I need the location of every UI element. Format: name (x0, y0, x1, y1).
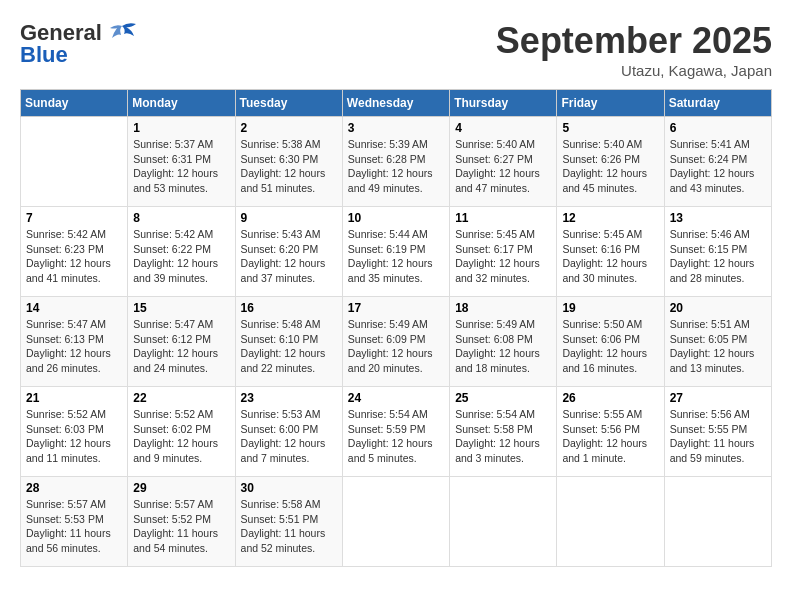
day-header-monday: Monday (128, 90, 235, 117)
day-number: 28 (26, 481, 122, 495)
calendar-cell: 17Sunrise: 5:49 AM Sunset: 6:09 PM Dayli… (342, 297, 449, 387)
day-info: Sunrise: 5:51 AM Sunset: 6:05 PM Dayligh… (670, 317, 766, 376)
day-number: 16 (241, 301, 337, 315)
calendar-cell: 21Sunrise: 5:52 AM Sunset: 6:03 PM Dayli… (21, 387, 128, 477)
calendar-cell: 3Sunrise: 5:39 AM Sunset: 6:28 PM Daylig… (342, 117, 449, 207)
day-number: 2 (241, 121, 337, 135)
day-number: 29 (133, 481, 229, 495)
calendar-cell: 26Sunrise: 5:55 AM Sunset: 5:56 PM Dayli… (557, 387, 664, 477)
day-info: Sunrise: 5:52 AM Sunset: 6:03 PM Dayligh… (26, 407, 122, 466)
calendar-cell (557, 477, 664, 567)
day-info: Sunrise: 5:40 AM Sunset: 6:27 PM Dayligh… (455, 137, 551, 196)
day-info: Sunrise: 5:58 AM Sunset: 5:51 PM Dayligh… (241, 497, 337, 556)
day-info: Sunrise: 5:45 AM Sunset: 6:17 PM Dayligh… (455, 227, 551, 286)
day-number: 25 (455, 391, 551, 405)
day-number: 6 (670, 121, 766, 135)
day-header-thursday: Thursday (450, 90, 557, 117)
day-number: 3 (348, 121, 444, 135)
calendar-cell (450, 477, 557, 567)
day-number: 26 (562, 391, 658, 405)
calendar-header-row: SundayMondayTuesdayWednesdayThursdayFrid… (21, 90, 772, 117)
day-info: Sunrise: 5:42 AM Sunset: 6:23 PM Dayligh… (26, 227, 122, 286)
day-header-wednesday: Wednesday (342, 90, 449, 117)
day-number: 21 (26, 391, 122, 405)
day-info: Sunrise: 5:41 AM Sunset: 6:24 PM Dayligh… (670, 137, 766, 196)
calendar-cell: 14Sunrise: 5:47 AM Sunset: 6:13 PM Dayli… (21, 297, 128, 387)
day-info: Sunrise: 5:54 AM Sunset: 5:59 PM Dayligh… (348, 407, 444, 466)
logo: General Blue (20, 20, 138, 68)
calendar-week-5: 28Sunrise: 5:57 AM Sunset: 5:53 PM Dayli… (21, 477, 772, 567)
calendar-cell: 24Sunrise: 5:54 AM Sunset: 5:59 PM Dayli… (342, 387, 449, 477)
calendar-cell: 2Sunrise: 5:38 AM Sunset: 6:30 PM Daylig… (235, 117, 342, 207)
day-info: Sunrise: 5:57 AM Sunset: 5:53 PM Dayligh… (26, 497, 122, 556)
day-number: 11 (455, 211, 551, 225)
day-info: Sunrise: 5:45 AM Sunset: 6:16 PM Dayligh… (562, 227, 658, 286)
calendar-cell (664, 477, 771, 567)
day-number: 30 (241, 481, 337, 495)
calendar-week-4: 21Sunrise: 5:52 AM Sunset: 6:03 PM Dayli… (21, 387, 772, 477)
calendar-cell: 15Sunrise: 5:47 AM Sunset: 6:12 PM Dayli… (128, 297, 235, 387)
day-info: Sunrise: 5:54 AM Sunset: 5:58 PM Dayligh… (455, 407, 551, 466)
calendar-cell: 30Sunrise: 5:58 AM Sunset: 5:51 PM Dayli… (235, 477, 342, 567)
day-info: Sunrise: 5:43 AM Sunset: 6:20 PM Dayligh… (241, 227, 337, 286)
day-number: 12 (562, 211, 658, 225)
day-number: 15 (133, 301, 229, 315)
calendar-cell (342, 477, 449, 567)
logo-bird-icon (106, 22, 138, 44)
day-info: Sunrise: 5:49 AM Sunset: 6:08 PM Dayligh… (455, 317, 551, 376)
day-info: Sunrise: 5:47 AM Sunset: 6:12 PM Dayligh… (133, 317, 229, 376)
calendar-cell: 25Sunrise: 5:54 AM Sunset: 5:58 PM Dayli… (450, 387, 557, 477)
day-header-sunday: Sunday (21, 90, 128, 117)
day-info: Sunrise: 5:42 AM Sunset: 6:22 PM Dayligh… (133, 227, 229, 286)
day-number: 4 (455, 121, 551, 135)
calendar-week-1: 1Sunrise: 5:37 AM Sunset: 6:31 PM Daylig… (21, 117, 772, 207)
calendar-body: 1Sunrise: 5:37 AM Sunset: 6:31 PM Daylig… (21, 117, 772, 567)
month-title: September 2025 (496, 20, 772, 62)
day-info: Sunrise: 5:38 AM Sunset: 6:30 PM Dayligh… (241, 137, 337, 196)
day-number: 5 (562, 121, 658, 135)
day-number: 19 (562, 301, 658, 315)
day-info: Sunrise: 5:44 AM Sunset: 6:19 PM Dayligh… (348, 227, 444, 286)
calendar-cell: 5Sunrise: 5:40 AM Sunset: 6:26 PM Daylig… (557, 117, 664, 207)
day-info: Sunrise: 5:53 AM Sunset: 6:00 PM Dayligh… (241, 407, 337, 466)
day-info: Sunrise: 5:56 AM Sunset: 5:55 PM Dayligh… (670, 407, 766, 466)
day-number: 17 (348, 301, 444, 315)
day-number: 13 (670, 211, 766, 225)
logo-blue-text: Blue (20, 42, 68, 68)
calendar-cell: 6Sunrise: 5:41 AM Sunset: 6:24 PM Daylig… (664, 117, 771, 207)
calendar-cell: 20Sunrise: 5:51 AM Sunset: 6:05 PM Dayli… (664, 297, 771, 387)
calendar-week-3: 14Sunrise: 5:47 AM Sunset: 6:13 PM Dayli… (21, 297, 772, 387)
location: Utazu, Kagawa, Japan (496, 62, 772, 79)
day-number: 24 (348, 391, 444, 405)
day-number: 23 (241, 391, 337, 405)
day-info: Sunrise: 5:46 AM Sunset: 6:15 PM Dayligh… (670, 227, 766, 286)
calendar-cell: 22Sunrise: 5:52 AM Sunset: 6:02 PM Dayli… (128, 387, 235, 477)
day-number: 14 (26, 301, 122, 315)
calendar-table: SundayMondayTuesdayWednesdayThursdayFrid… (20, 89, 772, 567)
page-header: General Blue September 2025 Utazu, Kagaw… (20, 20, 772, 79)
title-section: September 2025 Utazu, Kagawa, Japan (496, 20, 772, 79)
day-info: Sunrise: 5:49 AM Sunset: 6:09 PM Dayligh… (348, 317, 444, 376)
calendar-cell: 4Sunrise: 5:40 AM Sunset: 6:27 PM Daylig… (450, 117, 557, 207)
day-info: Sunrise: 5:55 AM Sunset: 5:56 PM Dayligh… (562, 407, 658, 466)
day-number: 22 (133, 391, 229, 405)
day-number: 10 (348, 211, 444, 225)
day-info: Sunrise: 5:37 AM Sunset: 6:31 PM Dayligh… (133, 137, 229, 196)
calendar-cell: 28Sunrise: 5:57 AM Sunset: 5:53 PM Dayli… (21, 477, 128, 567)
day-number: 7 (26, 211, 122, 225)
calendar-cell: 23Sunrise: 5:53 AM Sunset: 6:00 PM Dayli… (235, 387, 342, 477)
day-info: Sunrise: 5:48 AM Sunset: 6:10 PM Dayligh… (241, 317, 337, 376)
calendar-cell: 8Sunrise: 5:42 AM Sunset: 6:22 PM Daylig… (128, 207, 235, 297)
day-header-tuesday: Tuesday (235, 90, 342, 117)
day-number: 18 (455, 301, 551, 315)
calendar-cell: 1Sunrise: 5:37 AM Sunset: 6:31 PM Daylig… (128, 117, 235, 207)
day-info: Sunrise: 5:50 AM Sunset: 6:06 PM Dayligh… (562, 317, 658, 376)
calendar-cell: 12Sunrise: 5:45 AM Sunset: 6:16 PM Dayli… (557, 207, 664, 297)
calendar-cell (21, 117, 128, 207)
calendar-cell: 18Sunrise: 5:49 AM Sunset: 6:08 PM Dayli… (450, 297, 557, 387)
calendar-cell: 19Sunrise: 5:50 AM Sunset: 6:06 PM Dayli… (557, 297, 664, 387)
day-info: Sunrise: 5:40 AM Sunset: 6:26 PM Dayligh… (562, 137, 658, 196)
day-info: Sunrise: 5:52 AM Sunset: 6:02 PM Dayligh… (133, 407, 229, 466)
calendar-cell: 7Sunrise: 5:42 AM Sunset: 6:23 PM Daylig… (21, 207, 128, 297)
calendar-cell: 27Sunrise: 5:56 AM Sunset: 5:55 PM Dayli… (664, 387, 771, 477)
